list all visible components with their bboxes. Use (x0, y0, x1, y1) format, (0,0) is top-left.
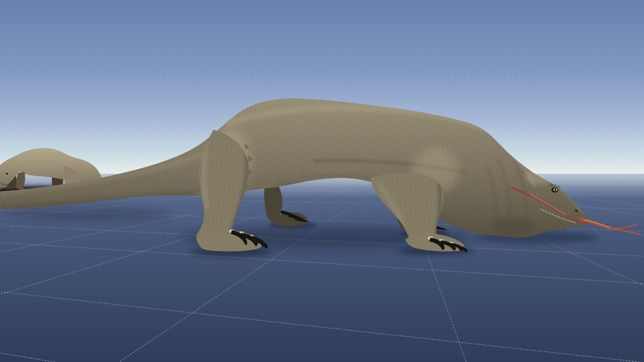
main-dragon-tongue-fork-lower (611, 228, 639, 234)
scene-viewport[interactable] (0, 0, 644, 362)
main-dragon-tongue (582, 219, 639, 234)
main-dragon-tongue-fork-upper (611, 224, 638, 228)
background-dragon-eye (6, 173, 8, 175)
main-dragon-eye-pupil (555, 188, 556, 191)
dragons-layer (0, 0, 644, 362)
main-dragon-tongue-highlight (585, 220, 610, 227)
